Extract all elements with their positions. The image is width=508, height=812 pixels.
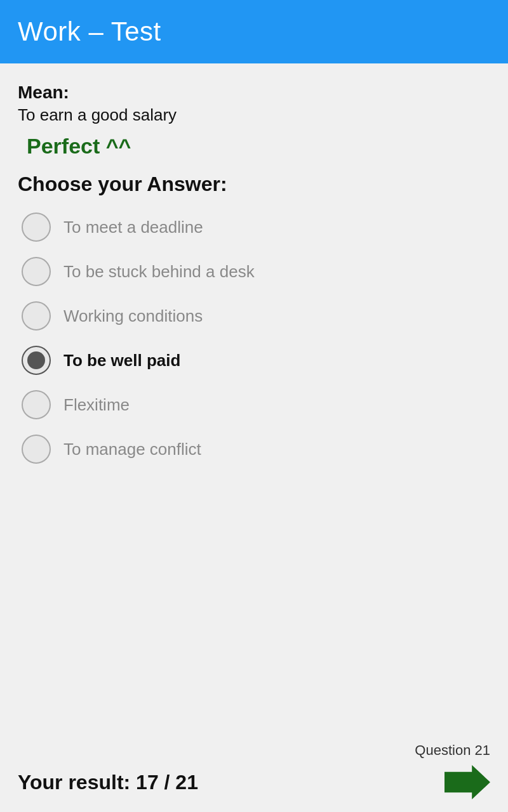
list-item[interactable]: To meet a deadline	[18, 206, 490, 248]
radio-button[interactable]	[22, 435, 51, 464]
choose-label: Choose your Answer:	[18, 173, 490, 196]
mean-label: Mean:	[18, 82, 490, 103]
footer: Question 21 Your result: 17 / 21	[0, 732, 508, 812]
list-item[interactable]: To manage conflict	[18, 428, 490, 470]
radio-inner-dot	[27, 351, 45, 369]
result-text: Your result: 17 / 21	[18, 771, 198, 794]
question-number: Question 21	[18, 742, 490, 759]
radio-button[interactable]	[22, 213, 51, 242]
radio-button[interactable]	[22, 301, 51, 331]
option-text: To be stuck behind a desk	[64, 262, 255, 282]
option-text: Flexitime	[64, 395, 130, 415]
option-text: Working conditions	[64, 306, 203, 326]
option-text: To meet a deadline	[64, 218, 203, 237]
app-header: Work – Test	[0, 0, 508, 63]
main-content: Mean: To earn a good salary Perfect ^^ C…	[0, 63, 508, 732]
header-title: Work – Test	[18, 16, 161, 47]
option-text: To manage conflict	[64, 440, 201, 459]
footer-bottom: Your result: 17 / 21	[18, 765, 490, 799]
radio-button[interactable]	[22, 257, 51, 286]
option-text: To be well paid	[64, 351, 180, 370]
list-item[interactable]: To be well paid	[18, 339, 490, 381]
list-item[interactable]: Working conditions	[18, 295, 490, 337]
options-list: To meet a deadlineTo be stuck behind a d…	[18, 206, 490, 470]
list-item[interactable]: To be stuck behind a desk	[18, 251, 490, 292]
next-button[interactable]	[444, 765, 490, 799]
feedback-text: Perfect ^^	[27, 134, 490, 159]
radio-button[interactable]	[22, 346, 51, 375]
radio-button[interactable]	[22, 390, 51, 419]
list-item[interactable]: Flexitime	[18, 384, 490, 426]
mean-value: To earn a good salary	[18, 105, 490, 125]
